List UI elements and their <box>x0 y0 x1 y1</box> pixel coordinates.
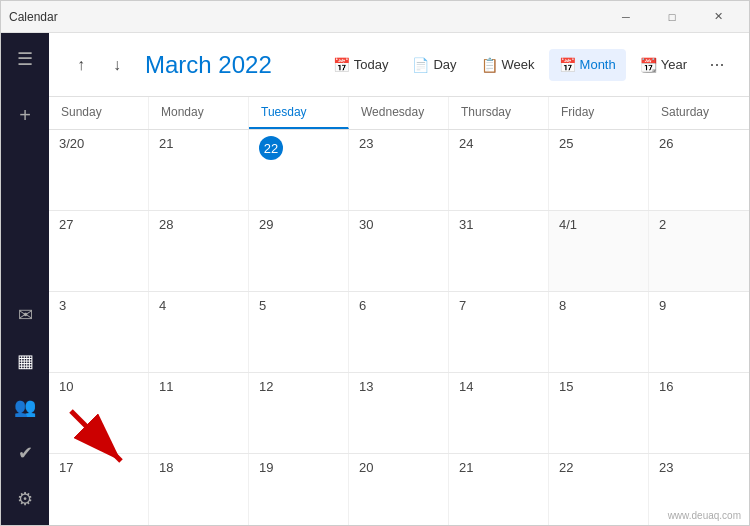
day-cell-8[interactable]: 8 <box>549 292 649 372</box>
month-icon: 📅 <box>559 57 576 73</box>
header-friday: Friday <box>549 97 649 129</box>
week-view-button[interactable]: 📋 Week <box>471 49 545 81</box>
header-saturday: Saturday <box>649 97 749 129</box>
day-icon: 📄 <box>412 57 429 73</box>
day-cell-27[interactable]: 27 <box>49 211 149 291</box>
day-cell-17[interactable]: 17 <box>49 454 149 525</box>
day-cell-31[interactable]: 31 <box>449 211 549 291</box>
app-title: Calendar <box>9 10 58 24</box>
sidebar: ☰ + ✉ ▦ 👥 ✔ ⚙ <box>1 33 49 525</box>
nav-up-button[interactable]: ↑ <box>65 49 97 81</box>
month-view-button[interactable]: 📅 Month <box>549 49 626 81</box>
year-view-button[interactable]: 📆 Year <box>630 49 697 81</box>
sidebar-item-settings[interactable]: ⚙ <box>3 477 47 521</box>
week-row-3: 3 4 5 6 7 8 9 <box>49 292 749 373</box>
header-tuesday: Tuesday <box>249 97 349 129</box>
header-thursday: Thursday <box>449 97 549 129</box>
day-cell-11[interactable]: 11 <box>149 373 249 453</box>
nav-controls: ↑ ↓ <box>65 49 133 81</box>
header-wednesday: Wednesday <box>349 97 449 129</box>
calendar-grid: 3/20 21 22 23 24 25 26 27 28 29 30 <box>49 130 749 525</box>
day-cell-21b[interactable]: 21 <box>449 454 549 525</box>
day-cell-23[interactable]: 23 <box>649 454 749 525</box>
day-cell-16[interactable]: 16 <box>649 373 749 453</box>
more-options-button[interactable]: ··· <box>701 49 733 81</box>
day-cell-25[interactable]: 25 <box>549 130 649 210</box>
day-cell-19[interactable]: 19 <box>249 454 349 525</box>
day-cell-18[interactable]: 18 <box>149 454 249 525</box>
week-row-4: 10 11 12 13 14 15 16 <box>49 373 749 454</box>
day-cell-7[interactable]: 7 <box>449 292 549 372</box>
day-cell-4[interactable]: 4 <box>149 292 249 372</box>
sidebar-item-calendar[interactable]: ▦ <box>3 339 47 383</box>
day-cell-12[interactable]: 12 <box>249 373 349 453</box>
week-icon: 📋 <box>481 57 498 73</box>
year-icon: 📆 <box>640 57 657 73</box>
titlebar: Calendar ─ □ ✕ <box>1 1 749 33</box>
sidebar-item-add[interactable]: + <box>3 93 47 137</box>
day-cell-26[interactable]: 26 <box>649 130 749 210</box>
close-button[interactable]: ✕ <box>695 1 741 33</box>
today-label: Today <box>354 57 389 72</box>
header-sunday: Sunday <box>49 97 149 129</box>
today-button[interactable]: 📅 Today <box>323 49 399 81</box>
sidebar-item-people[interactable]: 👥 <box>3 385 47 429</box>
window-controls: ─ □ ✕ <box>603 1 741 33</box>
day-cell-28[interactable]: 28 <box>149 211 249 291</box>
day-cell-22[interactable]: 22 <box>549 454 649 525</box>
month-title: March 2022 <box>145 51 272 79</box>
day-cell-21a[interactable]: 21 <box>149 130 249 210</box>
week-label: Week <box>502 57 535 72</box>
day-label: Day <box>433 57 456 72</box>
day-cell-3[interactable]: 3 <box>49 292 149 372</box>
day-cell-14[interactable]: 14 <box>449 373 549 453</box>
day-view-button[interactable]: 📄 Day <box>402 49 466 81</box>
toolbar: ↑ ↓ March 2022 📅 Today 📄 Day 📋 Wee <box>49 33 749 97</box>
day-cell-29[interactable]: 29 <box>249 211 349 291</box>
day-cell-9[interactable]: 9 <box>649 292 749 372</box>
maximize-button[interactable]: □ <box>649 1 695 33</box>
day-cell-23[interactable]: 23 <box>349 130 449 210</box>
month-label: Month <box>580 57 616 72</box>
nav-down-button[interactable]: ↓ <box>101 49 133 81</box>
day-cell-24[interactable]: 24 <box>449 130 549 210</box>
week-row-2: 27 28 29 30 31 4/1 2 <box>49 211 749 292</box>
day-cell-15[interactable]: 15 <box>549 373 649 453</box>
week-row-5: 17 18 19 20 21 22 23 <box>49 454 749 525</box>
minimize-button[interactable]: ─ <box>603 1 649 33</box>
sidebar-item-menu[interactable]: ☰ <box>3 37 47 81</box>
view-controls: 📅 Today 📄 Day 📋 Week 📅 Month <box>323 49 733 81</box>
day-cell-10[interactable]: 10 <box>49 373 149 453</box>
day-cell-4-1[interactable]: 4/1 <box>549 211 649 291</box>
main-content: ↑ ↓ March 2022 📅 Today 📄 Day 📋 Wee <box>49 33 749 525</box>
day-cell-4-2[interactable]: 2 <box>649 211 749 291</box>
year-label: Year <box>661 57 687 72</box>
day-cell-3-20[interactable]: 3/20 <box>49 130 149 210</box>
day-cell-13[interactable]: 13 <box>349 373 449 453</box>
header-monday: Monday <box>149 97 249 129</box>
sidebar-item-mail[interactable]: ✉ <box>3 293 47 337</box>
week-row-1: 3/20 21 22 23 24 25 26 <box>49 130 749 211</box>
day-cell-22-today[interactable]: 22 <box>249 130 349 210</box>
day-cell-30[interactable]: 30 <box>349 211 449 291</box>
calendar: Sunday Monday Tuesday Wednesday Thursday… <box>49 97 749 525</box>
day-cell-5[interactable]: 5 <box>249 292 349 372</box>
today-icon: 📅 <box>333 57 350 73</box>
sidebar-item-tasks[interactable]: ✔ <box>3 431 47 475</box>
day-cell-6[interactable]: 6 <box>349 292 449 372</box>
calendar-header: Sunday Monday Tuesday Wednesday Thursday… <box>49 97 749 130</box>
day-cell-20[interactable]: 20 <box>349 454 449 525</box>
